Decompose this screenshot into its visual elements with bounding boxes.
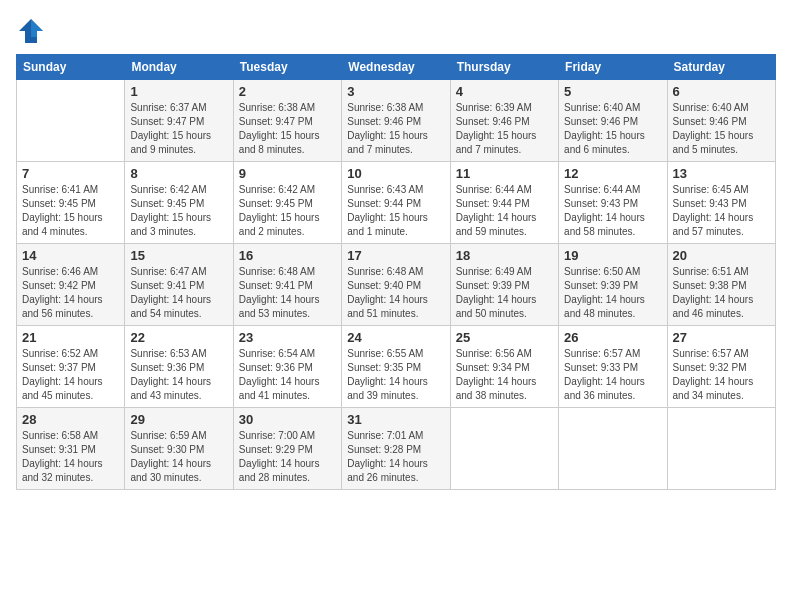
day-cell: 27Sunrise: 6:57 AM Sunset: 9:32 PM Dayli… [667, 326, 775, 408]
day-number: 16 [239, 248, 336, 263]
day-info: Sunrise: 6:54 AM Sunset: 9:36 PM Dayligh… [239, 347, 336, 403]
day-info: Sunrise: 6:56 AM Sunset: 9:34 PM Dayligh… [456, 347, 553, 403]
day-number: 17 [347, 248, 444, 263]
day-info: Sunrise: 6:42 AM Sunset: 9:45 PM Dayligh… [130, 183, 227, 239]
day-cell [17, 80, 125, 162]
day-cell: 14Sunrise: 6:46 AM Sunset: 9:42 PM Dayli… [17, 244, 125, 326]
day-info: Sunrise: 6:53 AM Sunset: 9:36 PM Dayligh… [130, 347, 227, 403]
day-info: Sunrise: 6:49 AM Sunset: 9:39 PM Dayligh… [456, 265, 553, 321]
day-number: 8 [130, 166, 227, 181]
logo-icon [16, 16, 46, 46]
day-number: 30 [239, 412, 336, 427]
week-row-1: 1Sunrise: 6:37 AM Sunset: 9:47 PM Daylig… [17, 80, 776, 162]
day-number: 28 [22, 412, 119, 427]
day-number: 6 [673, 84, 770, 99]
day-number: 10 [347, 166, 444, 181]
header-tuesday: Tuesday [233, 55, 341, 80]
day-info: Sunrise: 7:01 AM Sunset: 9:28 PM Dayligh… [347, 429, 444, 485]
day-info: Sunrise: 6:44 AM Sunset: 9:43 PM Dayligh… [564, 183, 661, 239]
day-info: Sunrise: 6:37 AM Sunset: 9:47 PM Dayligh… [130, 101, 227, 157]
day-cell: 6Sunrise: 6:40 AM Sunset: 9:46 PM Daylig… [667, 80, 775, 162]
week-row-3: 14Sunrise: 6:46 AM Sunset: 9:42 PM Dayli… [17, 244, 776, 326]
header-monday: Monday [125, 55, 233, 80]
day-number: 9 [239, 166, 336, 181]
day-info: Sunrise: 6:57 AM Sunset: 9:32 PM Dayligh… [673, 347, 770, 403]
day-cell: 8Sunrise: 6:42 AM Sunset: 9:45 PM Daylig… [125, 162, 233, 244]
day-info: Sunrise: 6:41 AM Sunset: 9:45 PM Dayligh… [22, 183, 119, 239]
day-cell: 12Sunrise: 6:44 AM Sunset: 9:43 PM Dayli… [559, 162, 667, 244]
week-row-5: 28Sunrise: 6:58 AM Sunset: 9:31 PM Dayli… [17, 408, 776, 490]
day-info: Sunrise: 6:59 AM Sunset: 9:30 PM Dayligh… [130, 429, 227, 485]
day-number: 14 [22, 248, 119, 263]
header-sunday: Sunday [17, 55, 125, 80]
logo [16, 16, 50, 46]
day-number: 24 [347, 330, 444, 345]
day-cell: 25Sunrise: 6:56 AM Sunset: 9:34 PM Dayli… [450, 326, 558, 408]
page-header [16, 16, 776, 46]
day-cell: 18Sunrise: 6:49 AM Sunset: 9:39 PM Dayli… [450, 244, 558, 326]
calendar-table: SundayMondayTuesdayWednesdayThursdayFrid… [16, 54, 776, 490]
day-info: Sunrise: 6:47 AM Sunset: 9:41 PM Dayligh… [130, 265, 227, 321]
day-info: Sunrise: 6:40 AM Sunset: 9:46 PM Dayligh… [673, 101, 770, 157]
header-thursday: Thursday [450, 55, 558, 80]
day-number: 4 [456, 84, 553, 99]
day-number: 18 [456, 248, 553, 263]
day-number: 22 [130, 330, 227, 345]
day-info: Sunrise: 6:57 AM Sunset: 9:33 PM Dayligh… [564, 347, 661, 403]
day-info: Sunrise: 6:48 AM Sunset: 9:41 PM Dayligh… [239, 265, 336, 321]
day-cell: 5Sunrise: 6:40 AM Sunset: 9:46 PM Daylig… [559, 80, 667, 162]
day-number: 1 [130, 84, 227, 99]
day-number: 29 [130, 412, 227, 427]
day-cell [450, 408, 558, 490]
day-cell: 11Sunrise: 6:44 AM Sunset: 9:44 PM Dayli… [450, 162, 558, 244]
day-number: 31 [347, 412, 444, 427]
day-info: Sunrise: 7:00 AM Sunset: 9:29 PM Dayligh… [239, 429, 336, 485]
day-info: Sunrise: 6:45 AM Sunset: 9:43 PM Dayligh… [673, 183, 770, 239]
day-info: Sunrise: 6:52 AM Sunset: 9:37 PM Dayligh… [22, 347, 119, 403]
day-info: Sunrise: 6:46 AM Sunset: 9:42 PM Dayligh… [22, 265, 119, 321]
day-cell: 19Sunrise: 6:50 AM Sunset: 9:39 PM Dayli… [559, 244, 667, 326]
week-row-2: 7Sunrise: 6:41 AM Sunset: 9:45 PM Daylig… [17, 162, 776, 244]
day-info: Sunrise: 6:58 AM Sunset: 9:31 PM Dayligh… [22, 429, 119, 485]
header-row: SundayMondayTuesdayWednesdayThursdayFrid… [17, 55, 776, 80]
day-cell: 2Sunrise: 6:38 AM Sunset: 9:47 PM Daylig… [233, 80, 341, 162]
day-info: Sunrise: 6:55 AM Sunset: 9:35 PM Dayligh… [347, 347, 444, 403]
day-number: 11 [456, 166, 553, 181]
header-saturday: Saturday [667, 55, 775, 80]
day-number: 20 [673, 248, 770, 263]
day-number: 27 [673, 330, 770, 345]
day-cell: 9Sunrise: 6:42 AM Sunset: 9:45 PM Daylig… [233, 162, 341, 244]
day-cell: 13Sunrise: 6:45 AM Sunset: 9:43 PM Dayli… [667, 162, 775, 244]
day-number: 3 [347, 84, 444, 99]
day-cell: 3Sunrise: 6:38 AM Sunset: 9:46 PM Daylig… [342, 80, 450, 162]
day-number: 23 [239, 330, 336, 345]
day-number: 5 [564, 84, 661, 99]
day-info: Sunrise: 6:51 AM Sunset: 9:38 PM Dayligh… [673, 265, 770, 321]
day-cell: 15Sunrise: 6:47 AM Sunset: 9:41 PM Dayli… [125, 244, 233, 326]
day-number: 2 [239, 84, 336, 99]
day-info: Sunrise: 6:39 AM Sunset: 9:46 PM Dayligh… [456, 101, 553, 157]
day-cell [667, 408, 775, 490]
day-info: Sunrise: 6:44 AM Sunset: 9:44 PM Dayligh… [456, 183, 553, 239]
day-cell: 30Sunrise: 7:00 AM Sunset: 9:29 PM Dayli… [233, 408, 341, 490]
day-cell: 24Sunrise: 6:55 AM Sunset: 9:35 PM Dayli… [342, 326, 450, 408]
day-cell: 17Sunrise: 6:48 AM Sunset: 9:40 PM Dayli… [342, 244, 450, 326]
day-cell: 1Sunrise: 6:37 AM Sunset: 9:47 PM Daylig… [125, 80, 233, 162]
day-cell: 28Sunrise: 6:58 AM Sunset: 9:31 PM Dayli… [17, 408, 125, 490]
day-cell: 29Sunrise: 6:59 AM Sunset: 9:30 PM Dayli… [125, 408, 233, 490]
day-cell: 4Sunrise: 6:39 AM Sunset: 9:46 PM Daylig… [450, 80, 558, 162]
header-friday: Friday [559, 55, 667, 80]
day-info: Sunrise: 6:43 AM Sunset: 9:44 PM Dayligh… [347, 183, 444, 239]
day-number: 26 [564, 330, 661, 345]
day-cell: 23Sunrise: 6:54 AM Sunset: 9:36 PM Dayli… [233, 326, 341, 408]
svg-marker-1 [31, 19, 43, 37]
day-cell: 26Sunrise: 6:57 AM Sunset: 9:33 PM Dayli… [559, 326, 667, 408]
day-number: 13 [673, 166, 770, 181]
week-row-4: 21Sunrise: 6:52 AM Sunset: 9:37 PM Dayli… [17, 326, 776, 408]
day-number: 25 [456, 330, 553, 345]
day-info: Sunrise: 6:48 AM Sunset: 9:40 PM Dayligh… [347, 265, 444, 321]
day-info: Sunrise: 6:50 AM Sunset: 9:39 PM Dayligh… [564, 265, 661, 321]
day-cell: 20Sunrise: 6:51 AM Sunset: 9:38 PM Dayli… [667, 244, 775, 326]
day-info: Sunrise: 6:38 AM Sunset: 9:46 PM Dayligh… [347, 101, 444, 157]
day-cell: 22Sunrise: 6:53 AM Sunset: 9:36 PM Dayli… [125, 326, 233, 408]
